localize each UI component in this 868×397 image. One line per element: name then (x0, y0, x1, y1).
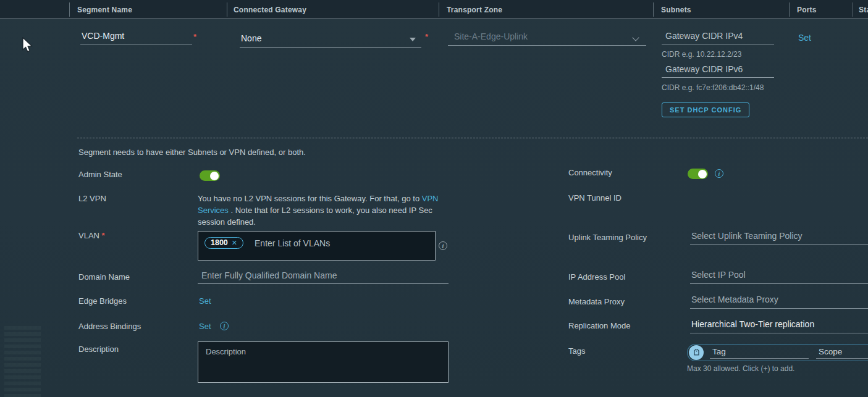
table-header: Segment Name Connected Gateway Transport… (0, 0, 868, 19)
segment-name-input[interactable] (80, 31, 192, 44)
ports-set-link[interactable]: Set (798, 33, 811, 43)
ipv4-cidr-helper: CIDR e.g. 10.22.12.2/23 (662, 50, 741, 59)
section-divider (77, 138, 868, 138)
ip-address-pool-label: IP Address Pool (568, 272, 625, 282)
uplink-teaming-policy-placeholder: Select Uplink Teaming Policy (691, 231, 803, 241)
l2-vpn-text-after: . Note that for L2 sessions to work, you… (198, 206, 432, 227)
header-divider (227, 2, 227, 17)
gateway-cidr-ipv4-input[interactable] (662, 31, 774, 44)
column-header-connected-gateway: Connected Gateway (234, 6, 306, 14)
domain-name-label: Domain Name (78, 272, 130, 282)
segment-name-required-marker: * (193, 32, 196, 41)
column-header-status: Sta (859, 6, 868, 14)
vlan-placeholder: Enter List of VLANs (255, 238, 330, 248)
connected-gateway-value: None (241, 33, 261, 43)
ipv6-cidr-helper: CIDR e.g. fc7e:f206:db42::1/48 (662, 83, 764, 92)
chevron-down-icon[interactable] (410, 38, 416, 41)
transport-zone-value: Site-A-Edge-Uplink (449, 31, 528, 41)
ip-address-pool-select[interactable]: Select IP Pool (690, 270, 868, 284)
header-divider (69, 2, 70, 17)
column-header-transport-zone: Transport Zone (447, 6, 502, 14)
column-header-ports: Ports (797, 6, 817, 14)
vlan-input-box[interactable]: 1800 ✕ Enter List of VLANs (198, 231, 436, 261)
column-header-segment-name: Segment Name (77, 6, 132, 14)
connectivity-toggle[interactable] (688, 169, 708, 179)
address-bindings-label: Address Bindings (78, 322, 141, 331)
tags-helper: Max 30 allowed. Click (+) to add. (687, 364, 794, 373)
connected-gateway-required-marker: * (425, 32, 428, 41)
tag-icon (689, 345, 704, 360)
l2-vpn-label: L2 VPN (78, 194, 106, 203)
edge-bridges-label: Edge Bridges (78, 296, 127, 306)
subnets-vpn-note: Segment needs to have either Subnets or … (78, 148, 306, 157)
uplink-teaming-policy-select[interactable]: Select Uplink Teaming Policy (690, 231, 868, 245)
header-divider (653, 2, 654, 17)
vlan-label-text: VLAN (78, 231, 99, 240)
vlan-chip-value: 1800 (211, 238, 228, 247)
replication-mode-select[interactable]: Hierarchical Two-Tier replication (690, 319, 868, 333)
vpn-tunnel-id-label: VPN Tunnel ID (568, 193, 622, 203)
domain-name-input[interactable] (198, 270, 449, 284)
scope-input[interactable] (816, 347, 868, 359)
ip-pool-placeholder: Select IP Pool (691, 270, 746, 280)
info-icon[interactable]: i (715, 169, 723, 178)
header-divider (789, 2, 790, 17)
transport-zone-select: Site-A-Edge-Uplink (448, 31, 646, 46)
header-divider (439, 2, 439, 17)
description-textarea[interactable] (198, 341, 449, 383)
tags-label: Tags (568, 346, 585, 356)
connectivity-label: Connectivity (568, 168, 612, 177)
vlan-chip: 1800 ✕ (204, 237, 243, 249)
ghost-rows (4, 326, 41, 397)
set-dhcp-config-button[interactable]: SET DHCP CONFIG (662, 102, 749, 117)
connected-gateway-select[interactable]: None (240, 33, 421, 48)
vlan-required-marker: * (102, 231, 105, 240)
vlan-label: VLAN * (78, 231, 105, 240)
segment-config-screen: Segment Name Connected Gateway Transport… (0, 0, 868, 397)
admin-state-label: Admin State (78, 170, 122, 179)
description-label: Description (78, 345, 119, 354)
replication-mode-value: Hierarchical Two-Tier replication (691, 319, 814, 329)
toggle-knob (210, 172, 219, 180)
replication-mode-label: Replication Mode (568, 321, 630, 330)
l2-vpn-message: You have no L2 VPN sessions for this Gat… (198, 193, 441, 228)
toggle-knob (698, 170, 707, 178)
tag-input[interactable] (710, 347, 809, 359)
mouse-cursor-icon (22, 37, 33, 53)
chip-remove-icon[interactable]: ✕ (232, 239, 237, 247)
l2-vpn-text-before: You have no L2 VPN sessions for this Gat… (198, 194, 422, 203)
metadata-proxy-select[interactable]: Select Metadata Proxy (690, 295, 868, 309)
gateway-cidr-ipv6-input[interactable] (662, 64, 774, 78)
info-icon[interactable]: i (220, 322, 229, 330)
metadata-proxy-label: Metadata Proxy (568, 297, 625, 306)
address-bindings-set-link[interactable]: Set (199, 322, 211, 331)
header-divider (853, 2, 853, 17)
admin-state-toggle[interactable] (200, 170, 220, 181)
tags-input-group (687, 344, 868, 361)
edge-bridges-set-link[interactable]: Set (199, 296, 211, 306)
uplink-teaming-policy-label: Uplink Teaming Policy (568, 233, 647, 242)
column-header-subnets: Subnets (661, 6, 691, 14)
tag-glyph (693, 349, 701, 357)
info-icon[interactable]: i (439, 241, 447, 250)
metadata-proxy-placeholder: Select Metadata Proxy (691, 295, 778, 304)
